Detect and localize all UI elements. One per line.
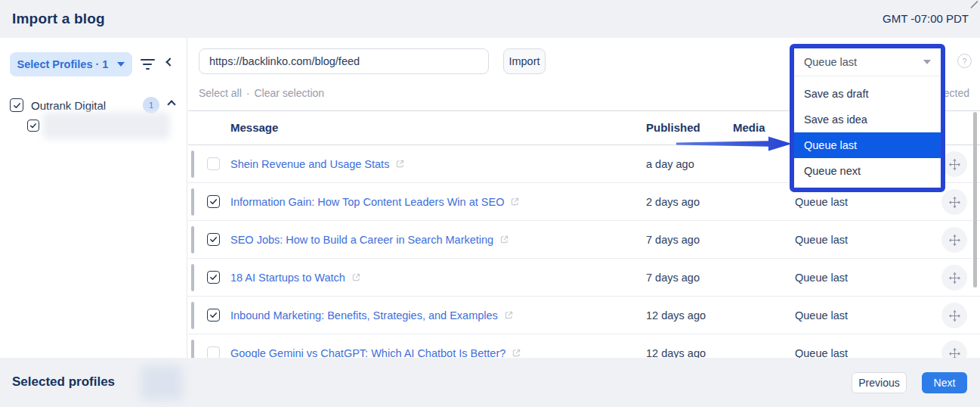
move-handle[interactable] — [941, 189, 967, 215]
published-age: 12 days ago — [646, 334, 706, 358]
published-age: 7 days ago — [646, 259, 700, 297]
published-age: 2 days ago — [646, 183, 700, 221]
column-header-message: Message — [230, 121, 278, 134]
next-button[interactable]: Next — [922, 372, 967, 393]
external-link-icon[interactable] — [351, 259, 361, 297]
select-profiles-label: Select Profiles · 1 — [17, 58, 109, 70]
row-checkbox[interactable] — [207, 271, 220, 284]
select-all-link[interactable]: Select all — [199, 87, 242, 99]
row-queue-action[interactable]: Queue last — [795, 297, 848, 334]
import-a-blog-window: Import a blog GMT -07:00 PDT Select Prof… — [0, 0, 980, 407]
column-header-media: Media — [733, 121, 765, 134]
post-title-link[interactable]: Google Gemini vs ChatGPT: Which AI Chatb… — [230, 334, 521, 358]
published-age: 12 days ago — [646, 297, 706, 334]
external-link-icon[interactable] — [499, 222, 509, 259]
move-handle[interactable] — [941, 265, 967, 290]
previous-button[interactable]: Previous — [852, 372, 907, 393]
move-handle[interactable] — [941, 227, 967, 253]
published-age: a day ago — [646, 145, 694, 183]
vertical-scrollbar[interactable] — [973, 112, 977, 287]
row-checkbox[interactable] — [207, 346, 220, 358]
profile-group-row[interactable]: Outrank Digital 1 — [10, 98, 106, 113]
row-checkbox[interactable] — [207, 195, 220, 208]
external-link-icon[interactable] — [395, 146, 405, 184]
queue-action-dropdown: Queue last Save as draftSave as ideaQueu… — [790, 44, 945, 192]
table-row: 18 AI Startups to Watch7 days agoQueue l… — [188, 259, 980, 297]
group-checkbox[interactable] — [10, 98, 23, 112]
profile-count-badge: 1 — [143, 97, 159, 113]
drag-handle[interactable] — [191, 302, 194, 329]
post-title-link[interactable]: SEO Jobs: How to Build a Career in Searc… — [230, 221, 509, 259]
dropdown-options-list: Save as draftSave as ideaQueue lastQueue… — [794, 81, 941, 184]
dropdown-selected-value[interactable]: Queue last — [794, 48, 941, 76]
dropdown-option-save-as-idea[interactable]: Save as idea — [794, 107, 941, 132]
row-queue-action[interactable]: Queue last — [795, 259, 848, 297]
profile-group-name: Outrank Digital — [31, 99, 106, 112]
filter-icon[interactable] — [140, 59, 155, 73]
post-title-link[interactable]: Inbound Marketing: Benefits, Strategies,… — [230, 297, 514, 335]
external-link-icon[interactable] — [512, 335, 521, 358]
feed-url-input[interactable] — [199, 48, 489, 74]
external-link-icon[interactable] — [510, 184, 520, 222]
move-handle[interactable] — [941, 303, 967, 328]
dropdown-value-label: Queue last — [804, 56, 857, 68]
select-profiles-button[interactable]: Select Profiles · 1 — [10, 52, 132, 76]
selection-links: Select all·Clear selection — [199, 87, 324, 99]
drag-handle[interactable] — [191, 340, 194, 358]
row-checkbox[interactable] — [207, 157, 220, 170]
move-handle[interactable] — [941, 151, 967, 177]
external-link-icon[interactable] — [504, 297, 514, 335]
post-title-link[interactable]: Information Gain: How Top Content Leader… — [230, 183, 520, 222]
row-checkbox[interactable] — [207, 309, 220, 322]
drag-handle[interactable] — [191, 151, 194, 178]
dropdown-option-save-as-draft[interactable]: Save as draft — [794, 81, 941, 107]
close-icon[interactable] — [970, 1, 978, 9]
separator-dot: · — [246, 87, 250, 99]
page-title: Import a blog — [12, 11, 105, 27]
row-queue-action[interactable]: Queue last — [795, 221, 848, 259]
table-row: SEO Jobs: How to Build a Career in Searc… — [188, 221, 980, 259]
row-checkbox[interactable] — [207, 233, 220, 246]
dropdown-option-queue-last[interactable]: Queue last — [794, 132, 941, 158]
drag-handle[interactable] — [191, 226, 194, 253]
clear-selection-link[interactable]: Clear selection — [254, 87, 324, 99]
selected-profiles-label: Selected profiles — [12, 374, 115, 390]
dropdown-option-queue-next[interactable]: Queue next — [794, 158, 941, 184]
redacted-profile-name — [43, 112, 170, 139]
timezone-label: GMT -07:00 PDT — [883, 12, 969, 25]
table-row: Google Gemini vs ChatGPT: Which AI Chatb… — [188, 334, 980, 358]
post-title-link[interactable]: Shein Revenue and Usage Stats — [230, 145, 405, 184]
subprofile-checkbox[interactable] — [27, 120, 39, 132]
move-handle[interactable] — [941, 340, 967, 358]
top-bar: Import a blog GMT -07:00 PDT — [0, 0, 980, 38]
help-icon[interactable]: ? — [957, 54, 972, 68]
drag-handle[interactable] — [191, 188, 194, 216]
import-button[interactable]: Import — [503, 48, 546, 74]
import-main-panel: Import Select all·Clear selection select… — [188, 38, 980, 358]
selected-profile-avatar — [141, 365, 183, 400]
subprofile-row[interactable] — [27, 120, 39, 132]
row-queue-action[interactable]: Queue last — [795, 334, 848, 358]
column-header-published: Published — [646, 121, 700, 134]
caret-down-icon — [923, 60, 931, 64]
collapse-sidebar-icon[interactable] — [165, 57, 174, 66]
table-row: Inbound Marketing: Benefits, Strategies,… — [188, 297, 980, 334]
footer-bar: Selected profiles Previous Next — [0, 358, 980, 407]
profiles-sidebar: Select Profiles · 1 Outrank Digital 1 — [0, 38, 187, 358]
post-title-link[interactable]: 18 AI Startups to Watch — [230, 259, 361, 297]
drag-handle[interactable] — [191, 264, 194, 291]
published-age: 7 days ago — [646, 221, 700, 259]
caret-down-icon — [117, 62, 125, 67]
chevron-up-icon[interactable] — [167, 100, 175, 108]
